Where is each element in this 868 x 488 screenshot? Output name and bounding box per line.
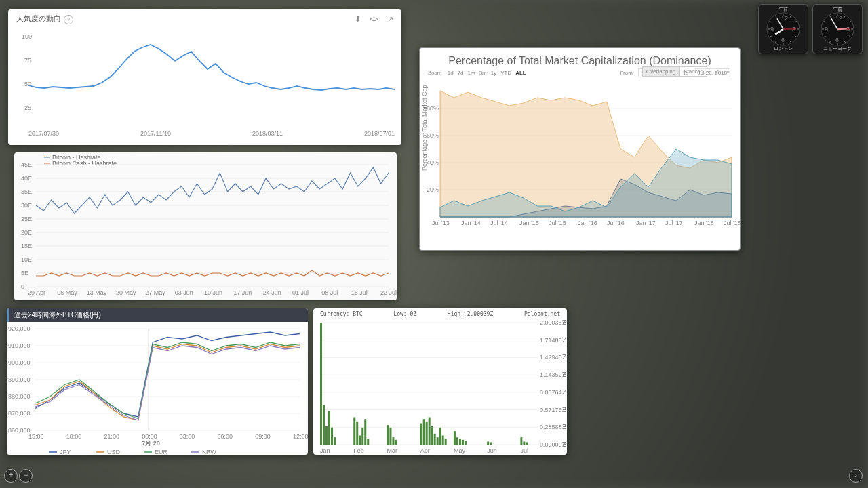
svg-text:Percentage of Total Market Cap: Percentage of Total Market Cap bbox=[421, 85, 428, 171]
download-icon[interactable]: ⬇ bbox=[355, 15, 361, 23]
low-label: Low: 0Ƶ bbox=[393, 311, 416, 317]
svg-rect-152 bbox=[462, 440, 464, 445]
svg-rect-127 bbox=[331, 428, 333, 445]
svg-text:40E: 40E bbox=[21, 175, 32, 182]
svg-text:6: 6 bbox=[835, 37, 839, 43]
svg-text:35E: 35E bbox=[21, 188, 32, 195]
help-icon[interactable]: ? bbox=[64, 15, 73, 24]
svg-text:870,000: 870,000 bbox=[8, 410, 31, 417]
svg-rect-140 bbox=[423, 419, 425, 445]
svg-text:1.42940Ƶ: 1.42940Ƶ bbox=[540, 354, 566, 361]
layout-toggle[interactable]: OverlappingStacked ⤢≡ bbox=[642, 68, 733, 75]
svg-text:Jul: Jul bbox=[520, 447, 528, 454]
svg-rect-142 bbox=[429, 418, 431, 445]
svg-text:01 Jul: 01 Jul bbox=[292, 289, 309, 296]
svg-text:24 Jun: 24 Jun bbox=[263, 289, 281, 296]
svg-text:12: 12 bbox=[835, 15, 842, 22]
svg-text:Jan '17: Jan '17 bbox=[636, 220, 656, 226]
svg-text:25: 25 bbox=[24, 104, 31, 111]
svg-text:18:00: 18:00 bbox=[66, 433, 82, 440]
svg-text:13 May: 13 May bbox=[87, 289, 107, 296]
svg-rect-8 bbox=[44, 157, 50, 158]
svg-rect-133 bbox=[364, 419, 366, 445]
clock-nyc: 午前 12369 ニューヨーク bbox=[812, 4, 863, 54]
svg-text:17 Jun: 17 Jun bbox=[233, 289, 252, 296]
svg-text:0: 0 bbox=[21, 283, 24, 290]
embed-icon[interactable]: <> bbox=[370, 15, 378, 23]
next-button[interactable]: › bbox=[849, 469, 863, 483]
svg-rect-137 bbox=[392, 437, 394, 445]
zoom-controls[interactable]: Zoom 1d7d1m3m1yYTDALL bbox=[428, 70, 530, 76]
trend-panel: 人気度の動向? ⬇ <> ↗ 100 75 50 25 2017/07/30 2… bbox=[8, 9, 401, 145]
zoom-in-button[interactable]: + bbox=[4, 469, 18, 483]
svg-text:06:00: 06:00 bbox=[218, 433, 233, 440]
svg-text:Bitcoin Cash - Hashrate: Bitcoin Cash - Hashrate bbox=[52, 160, 117, 167]
svg-text:USD: USD bbox=[107, 449, 121, 455]
hashrate-panel: Bitcoin - Hashrate Bitcoin Cash - Hashra… bbox=[14, 152, 397, 300]
currency-label: Currency: BTC bbox=[320, 311, 363, 317]
svg-rect-125 bbox=[326, 426, 328, 445]
svg-rect-141 bbox=[426, 422, 428, 445]
svg-text:20%: 20% bbox=[427, 186, 439, 193]
svg-text:Jul '14: Jul '14 bbox=[490, 220, 508, 226]
svg-text:12:00: 12:00 bbox=[293, 433, 308, 440]
svg-text:15:00: 15:00 bbox=[28, 433, 44, 440]
svg-rect-129 bbox=[353, 418, 355, 445]
svg-text:45E: 45E bbox=[21, 161, 32, 168]
svg-text:75: 75 bbox=[24, 57, 31, 64]
polobot-panel: Currency: BTC Low: 0Ƶ High: 2.00039Ƶ Pol… bbox=[313, 308, 567, 455]
share-icon[interactable]: ↗ bbox=[387, 15, 393, 23]
svg-rect-136 bbox=[389, 428, 391, 445]
svg-text:Jan '15: Jan '15 bbox=[519, 220, 539, 226]
svg-rect-155 bbox=[490, 442, 492, 445]
svg-rect-139 bbox=[420, 424, 422, 445]
svg-text:22 Jul: 22 Jul bbox=[380, 289, 397, 296]
svg-rect-143 bbox=[431, 426, 433, 445]
svg-text:Jul '18: Jul '18 bbox=[724, 220, 740, 226]
svg-text:Jun: Jun bbox=[487, 447, 497, 454]
btc-price-panel: 過去24時間海外BTC価格(円) 860,000870,000880,00089… bbox=[7, 308, 308, 455]
svg-rect-10 bbox=[44, 163, 50, 164]
svg-text:15 Jul: 15 Jul bbox=[351, 289, 368, 296]
svg-text:9: 9 bbox=[770, 26, 774, 33]
panel4-chart: Percentage of Total Market Cap 20%40%60%… bbox=[420, 76, 740, 237]
svg-rect-150 bbox=[456, 437, 458, 445]
svg-rect-156 bbox=[520, 437, 522, 445]
svg-text:2017/11/19: 2017/11/19 bbox=[140, 130, 171, 137]
svg-text:5E: 5E bbox=[21, 270, 28, 277]
svg-rect-128 bbox=[334, 437, 336, 445]
svg-text:2018/03/11: 2018/03/11 bbox=[252, 130, 283, 137]
svg-text:Feb: Feb bbox=[353, 447, 364, 454]
svg-text:40%: 40% bbox=[427, 159, 439, 166]
svg-text:27 May: 27 May bbox=[145, 289, 165, 296]
svg-rect-131 bbox=[359, 436, 361, 445]
svg-text:03:00: 03:00 bbox=[180, 433, 195, 440]
svg-rect-151 bbox=[459, 439, 461, 445]
svg-rect-130 bbox=[356, 422, 358, 445]
dominance-panel: Percentage of Total Market Capitalizatio… bbox=[419, 47, 741, 251]
svg-text:920,000: 920,000 bbox=[8, 325, 31, 332]
high-label: High: 2.00039Ƶ bbox=[448, 311, 493, 317]
svg-rect-147 bbox=[442, 436, 444, 445]
svg-text:1.14352Ƶ: 1.14352Ƶ bbox=[540, 371, 566, 378]
panel3-chart: 860,000870,000880,000890,000900,000910,0… bbox=[7, 322, 308, 455]
svg-text:9: 9 bbox=[825, 26, 828, 33]
svg-text:Jan '16: Jan '16 bbox=[578, 220, 597, 226]
svg-text:60%: 60% bbox=[427, 132, 439, 139]
zoom-out-button[interactable]: − bbox=[19, 469, 33, 483]
svg-text:06 May: 06 May bbox=[57, 289, 77, 296]
svg-text:25E: 25E bbox=[21, 216, 32, 222]
svg-text:12: 12 bbox=[781, 15, 788, 22]
svg-rect-153 bbox=[465, 441, 467, 445]
svg-text:890,000: 890,000 bbox=[8, 376, 31, 383]
svg-rect-154 bbox=[487, 442, 489, 445]
svg-text:JPY: JPY bbox=[60, 449, 71, 455]
panel1-title: 人気度の動向? bbox=[16, 14, 73, 24]
svg-text:80%: 80% bbox=[427, 105, 439, 112]
svg-text:10E: 10E bbox=[21, 256, 32, 263]
clock-london: 午前 12369 ロンドン bbox=[758, 4, 808, 54]
svg-text:0.28588Ƶ: 0.28588Ƶ bbox=[540, 424, 566, 430]
svg-text:880,000: 880,000 bbox=[8, 393, 31, 400]
svg-text:7月 28: 7月 28 bbox=[142, 440, 160, 447]
svg-text:10 Jun: 10 Jun bbox=[204, 289, 222, 296]
